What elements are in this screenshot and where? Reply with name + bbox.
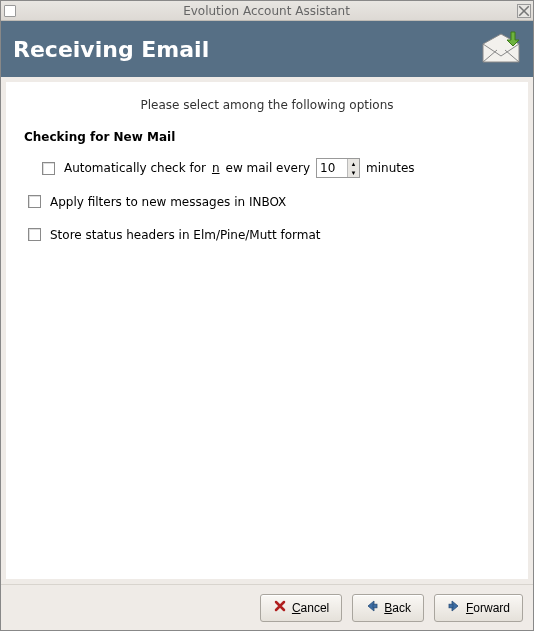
close-icon[interactable] (517, 4, 531, 18)
arrow-left-icon (365, 599, 379, 616)
forward-button-label: Forward (466, 601, 510, 615)
svg-rect-2 (449, 604, 453, 608)
cancel-button[interactable]: Cancel (260, 594, 342, 622)
store-status-row: Store status headers in Elm/Pine/Mutt fo… (24, 225, 510, 244)
svg-rect-1 (373, 604, 377, 608)
back-button-label: Back (384, 601, 411, 615)
auto-check-label-suffix: minutes (366, 161, 415, 175)
window-title: Evolution Account Assistant (16, 4, 517, 18)
interval-spinner[interactable]: ▲ ▼ (316, 158, 360, 178)
content-area: Please select among the following option… (6, 82, 528, 579)
cancel-icon (273, 599, 287, 616)
spinner-up-icon[interactable]: ▲ (348, 159, 359, 168)
apply-filters-label: Apply filters to new messages in INBOX (50, 195, 286, 209)
instruction-text: Please select among the following option… (24, 98, 510, 112)
cancel-button-label: Cancel (292, 601, 329, 615)
assistant-window: Evolution Account Assistant Receiving Em… (0, 0, 534, 631)
button-bar: Cancel Back Forward (1, 584, 533, 630)
auto-check-label-mid: ew mail every (226, 161, 310, 175)
page-title: Receiving Email (13, 37, 209, 62)
mail-receive-icon (481, 30, 521, 69)
wizard-header: Receiving Email (1, 21, 533, 77)
auto-check-label-mnemonic: n (212, 161, 220, 175)
forward-button[interactable]: Forward (434, 594, 523, 622)
spinner-buttons: ▲ ▼ (347, 159, 359, 177)
auto-check-checkbox[interactable] (42, 162, 55, 175)
window-menu-icon[interactable] (4, 5, 16, 17)
section-heading-checking: Checking for New Mail (24, 130, 510, 144)
apply-filters-checkbox[interactable] (28, 195, 41, 208)
store-status-label: Store status headers in Elm/Pine/Mutt fo… (50, 228, 321, 242)
titlebar: Evolution Account Assistant (1, 1, 533, 21)
back-button[interactable]: Back (352, 594, 424, 622)
arrow-right-icon (447, 599, 461, 616)
auto-check-label-prefix: Automatically check for (64, 161, 206, 175)
interval-input[interactable] (317, 159, 347, 177)
spinner-down-icon[interactable]: ▼ (348, 168, 359, 177)
store-status-checkbox[interactable] (28, 228, 41, 241)
auto-check-row: Automatically check for new mail every ▲… (38, 158, 510, 178)
apply-filters-row: Apply filters to new messages in INBOX (24, 192, 510, 211)
